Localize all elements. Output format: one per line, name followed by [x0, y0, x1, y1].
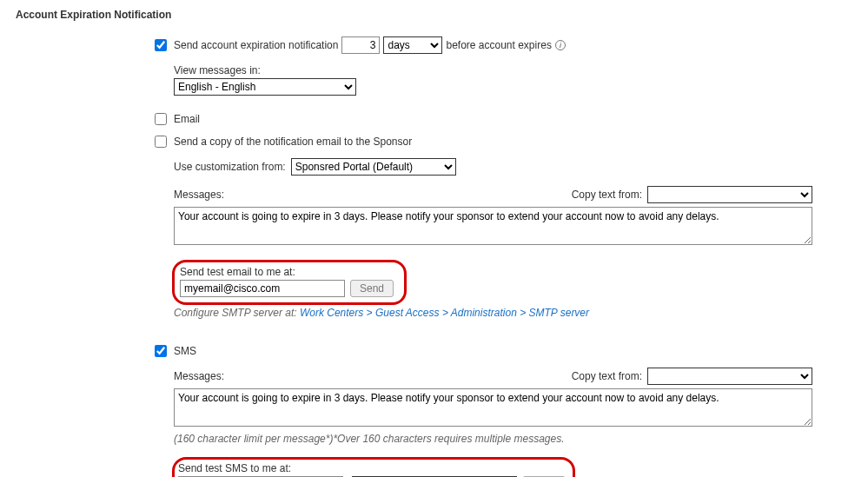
customization-label: Use customization from:: [174, 161, 286, 173]
language-select[interactable]: English - English: [174, 78, 356, 96]
view-messages-label: View messages in:: [174, 64, 859, 76]
expiration-days-input[interactable]: [341, 36, 380, 54]
email-copy-from-select[interactable]: [647, 186, 812, 203]
sms-messages-textarea[interactable]: Your account is going to expire in 3 day…: [174, 388, 812, 427]
smtp-config-link[interactable]: Work Centers > Guest Access > Administra…: [300, 307, 589, 319]
sms-messages-header: Messages: Copy text from:: [174, 368, 812, 385]
email-test-send-button[interactable]: Send: [350, 280, 394, 297]
sms-label: SMS: [174, 345, 196, 357]
email-checkbox[interactable]: [155, 113, 167, 125]
smtp-config-prefix: Configure SMTP server at:: [174, 307, 300, 319]
customization-select[interactable]: Sponsred Portal (Default): [291, 158, 456, 176]
section-title: Account Expiration Notification: [16, 9, 859, 21]
sms-copy-from-select[interactable]: [647, 368, 812, 385]
sms-test-highlight: Send test SMS to me at: Global Default S…: [172, 457, 575, 477]
send-notification-label-before: Send account expiration notification: [174, 39, 338, 51]
sms-test-label: Send test SMS to me at:: [178, 462, 566, 474]
info-icon[interactable]: i: [555, 40, 566, 50]
send-notification-row: Send account expiration notification day…: [155, 36, 859, 54]
customization-row: Use customization from: Sponsred Portal …: [174, 158, 859, 176]
sms-checkbox[interactable]: [155, 345, 167, 357]
send-copy-sponsor-row: Send a copy of the notification email to…: [155, 136, 859, 148]
send-copy-sponsor-label: Send a copy of the notification email to…: [174, 136, 412, 148]
send-copy-sponsor-checkbox[interactable]: [155, 136, 167, 148]
send-notification-checkbox[interactable]: [155, 39, 167, 51]
send-notification-label-after: before account expires: [446, 39, 551, 51]
email-messages-label: Messages:: [174, 189, 224, 201]
email-messages-header: Messages: Copy text from:: [174, 186, 812, 203]
sms-copy-from-label: Copy text from:: [572, 370, 642, 382]
email-row: Email: [155, 113, 859, 125]
email-test-highlight: Send test email to me at: Send: [172, 260, 407, 305]
smtp-config-note: Configure SMTP server at: Work Centers >…: [174, 307, 859, 319]
sms-messages-label: Messages:: [174, 370, 224, 382]
email-messages-textarea[interactable]: Your account is going to expire in 3 day…: [174, 207, 812, 245]
sms-row: SMS: [155, 345, 859, 357]
email-label: Email: [174, 113, 200, 125]
expiration-unit-select[interactable]: days: [383, 36, 442, 54]
email-copy-from-label: Copy text from:: [572, 189, 642, 201]
email-test-input[interactable]: [180, 280, 345, 297]
sms-char-limit-note: (160 character limit per message*)*Over …: [174, 433, 565, 445]
email-test-label: Send test email to me at:: [180, 266, 394, 278]
